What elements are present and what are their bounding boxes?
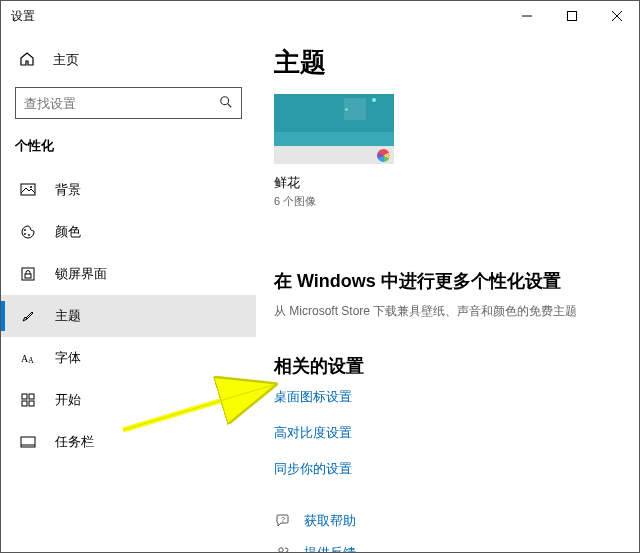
svg-rect-12: [25, 274, 31, 278]
taskbar-icon: [19, 434, 37, 450]
nav-fonts[interactable]: AA 字体: [1, 337, 256, 379]
nav-label: 颜色: [55, 223, 81, 241]
nav-themes[interactable]: 主题: [1, 295, 256, 337]
svg-line-5: [228, 103, 232, 107]
nav-colors[interactable]: 颜色: [1, 211, 256, 253]
page-title: 主题: [274, 45, 619, 80]
svg-point-10: [28, 234, 30, 236]
svg-rect-1: [567, 12, 576, 21]
give-feedback-label: 提供反馈: [304, 544, 356, 552]
svg-text:A: A: [28, 356, 34, 365]
svg-point-22: [279, 548, 283, 552]
window-controls: [504, 1, 639, 31]
close-button[interactable]: [594, 1, 639, 31]
search-icon: [219, 95, 233, 112]
search-input-wrap[interactable]: [15, 87, 242, 119]
nav-label: 锁屏界面: [55, 265, 107, 283]
svg-rect-17: [22, 401, 27, 406]
help-icon: ?: [274, 513, 292, 529]
related-settings-heading: 相关的设置: [274, 354, 619, 378]
minimize-button[interactable]: [504, 1, 549, 31]
home-button[interactable]: 主页: [1, 41, 256, 79]
theme-thumbnail[interactable]: [274, 94, 394, 164]
palette-icon: [19, 224, 37, 240]
search-input[interactable]: [24, 96, 204, 111]
titlebar: 设置: [1, 1, 639, 31]
get-help-label: 获取帮助: [304, 512, 356, 530]
picture-icon: [19, 182, 37, 198]
nav-label: 字体: [55, 349, 81, 367]
link-sync-settings[interactable]: 同步你的设置: [274, 460, 619, 478]
color-wheel-icon: [377, 149, 390, 162]
theme-name: 鲜花: [274, 174, 619, 192]
more-personalization-sub: 从 Microsoft Store 下载兼具壁纸、声音和颜色的免费主题: [274, 303, 619, 320]
more-personalization-heading: 在 Windows 中进行更多个性化设置: [274, 269, 619, 293]
home-icon: [19, 51, 35, 70]
theme-subtitle: 6 个图像: [274, 194, 619, 209]
window-title: 设置: [11, 8, 35, 25]
category-label: 个性化: [1, 133, 256, 169]
link-desktop-icon-settings[interactable]: 桌面图标设置: [274, 388, 619, 406]
start-icon: [19, 392, 37, 408]
nav-taskbar[interactable]: 任务栏: [1, 421, 256, 463]
give-feedback-link[interactable]: 提供反馈: [274, 544, 619, 552]
link-high-contrast-settings[interactable]: 高对比度设置: [274, 424, 619, 442]
nav-lockscreen[interactable]: 锁屏界面: [1, 253, 256, 295]
svg-point-4: [221, 96, 229, 104]
nav-label: 主题: [55, 307, 81, 325]
svg-rect-18: [29, 401, 34, 406]
font-icon: AA: [19, 350, 37, 366]
home-label: 主页: [53, 51, 79, 69]
lockscreen-icon: [19, 266, 37, 282]
svg-point-8: [24, 229, 26, 231]
nav-background[interactable]: 背景: [1, 169, 256, 211]
feedback-icon: [274, 545, 292, 552]
related-links: 桌面图标设置 高对比度设置 同步你的设置: [274, 388, 619, 478]
nav-label: 任务栏: [55, 433, 94, 451]
nav-label: 开始: [55, 391, 81, 409]
main-content: 主题 鲜花 6 个图像 在 Windows 中进行更多个性化设置 从 Micro…: [256, 31, 639, 552]
svg-point-9: [24, 233, 26, 235]
svg-point-7: [30, 186, 32, 188]
svg-text:?: ?: [281, 516, 285, 523]
nav-list: 背景 颜色 锁屏界面: [1, 169, 256, 463]
brush-icon: [19, 308, 37, 324]
svg-rect-16: [29, 394, 34, 399]
maximize-button[interactable]: [549, 1, 594, 31]
sidebar: 主页 个性化 背景: [1, 31, 256, 552]
nav-label: 背景: [55, 181, 81, 199]
nav-start[interactable]: 开始: [1, 379, 256, 421]
get-help-link[interactable]: ? 获取帮助: [274, 512, 619, 530]
svg-rect-15: [22, 394, 27, 399]
